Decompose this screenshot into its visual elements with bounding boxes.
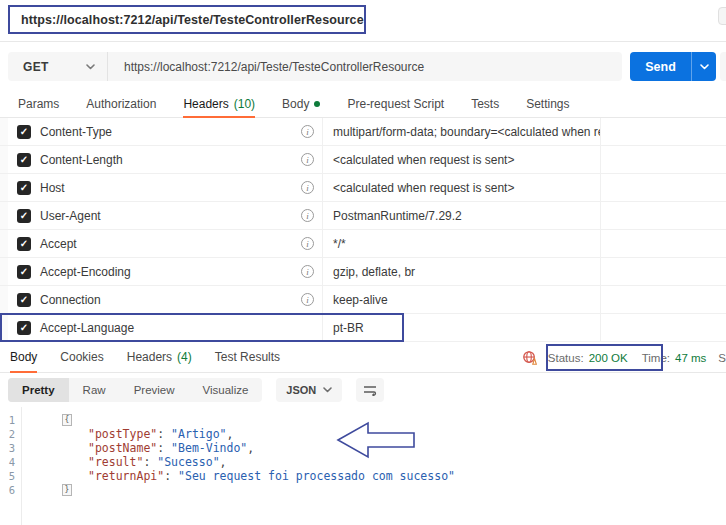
description-cell[interactable] [601,174,726,201]
row-checkbox[interactable]: ✓ [17,321,31,335]
value-cell[interactable]: <calculated when request is sent> [323,153,600,167]
view-tab-preview[interactable]: Preview [120,378,189,402]
response-tab-test-results[interactable]: Test Results [215,342,280,373]
key-cell[interactable]: Content-Lengthi [40,153,322,167]
row-checkbox[interactable]: ✓ [17,181,31,195]
description-cell[interactable] [601,314,726,341]
key-cell[interactable]: Content-Typei [40,125,322,139]
row-checkbox[interactable]: ✓ [17,209,31,223]
response-view-bar: Pretty Raw Preview Visualize JSON [0,373,726,407]
line-number: 4 [0,455,21,469]
info-icon[interactable]: i [301,293,314,306]
chevron-down-icon [700,64,709,70]
info-icon[interactable]: i [301,153,314,166]
view-tab-visualize[interactable]: Visualize [189,378,263,402]
json-value: "Seu request foi processado com sucesso" [178,469,455,483]
value-cell[interactable]: multipart/form-data; boundary=<calculate… [323,125,600,139]
description-cell[interactable] [601,258,726,285]
row-drag-area [0,174,8,201]
line-number: 3 [0,441,21,455]
json-key: "postName" [88,441,157,455]
row-checkbox[interactable]: ✓ [17,153,31,167]
tab-count: (4) [177,350,192,364]
table-row: ✓ Accept-Encodingi gzip, deflate, br [0,258,726,286]
header-key: Accept-Encoding [40,265,131,279]
row-checkbox[interactable]: ✓ [17,293,31,307]
value-cell[interactable]: */* [323,237,600,251]
fold-marker-icon[interactable]: { [62,414,72,426]
json-colon: : [157,427,171,441]
value-cell[interactable]: pt-BR [323,321,600,335]
description-cell[interactable] [601,146,726,173]
view-tab-raw[interactable]: Raw [69,378,120,402]
value-cell[interactable]: keep-alive [323,293,600,307]
request-url-control: GET https://localhost:7212/api/Teste/Tes… [8,52,622,81]
send-button-label[interactable]: Send [630,52,692,81]
json-comma: , [247,441,254,455]
line-number-gutter: 1 2 3 4 5 6 [0,407,22,525]
cropped-toolbar-button[interactable] [718,7,726,25]
format-select[interactable]: JSON [276,378,342,402]
description-cell[interactable] [601,118,726,145]
table-row: ✓ User-Agenti PostmanRuntime/7.29.2 [0,202,726,230]
checkbox-cell: ✓ [8,237,40,251]
key-cell[interactable]: Connectioni [40,293,322,307]
tab-headers[interactable]: Headers (10) [183,90,255,118]
description-cell[interactable] [601,202,726,229]
key-cell[interactable]: Accept-Encodingi [40,265,322,279]
value-cell[interactable]: gzip, deflate, br [323,265,600,279]
checkbox-cell: ✓ [8,125,40,139]
send-button[interactable]: Send [630,52,716,81]
time-value[interactable]: 47 ms [675,352,706,364]
json-colon: : [157,441,171,455]
description-cell[interactable] [601,230,726,257]
key-cell[interactable]: Accept-Language [40,321,322,335]
table-row: ✓ Accepti */* [0,230,726,258]
tab-body[interactable]: Body [282,90,320,118]
row-checkbox[interactable]: ✓ [17,125,31,139]
checkbox-cell: ✓ [8,265,40,279]
key-cell[interactable]: User-Agenti [40,209,322,223]
json-key: "result" [88,455,143,469]
json-value: "Sucesso" [157,455,219,469]
info-icon[interactable]: i [301,265,314,278]
tab-authorization[interactable]: Authorization [86,90,156,118]
response-tab-headers[interactable]: Headers (4) [127,342,192,373]
send-options-arrow[interactable] [692,52,716,81]
key-cell[interactable]: Hosti [40,181,322,195]
tab-label: Settings [526,97,569,111]
ssl-warning-globe-icon[interactable] [522,350,537,365]
tab-pre-request-script[interactable]: Pre-request Script [347,90,444,118]
value-cell[interactable]: PostmanRuntime/7.29.2 [323,209,600,223]
response-tabs-row: Body Cookies Headers (4) Test Results St… [0,342,726,373]
row-checkbox[interactable]: ✓ [17,237,31,251]
info-icon[interactable]: i [301,181,314,194]
wrap-text-button[interactable] [356,378,384,402]
fold-marker-icon[interactable]: } [62,484,72,496]
method-select[interactable]: GET [8,52,108,81]
info-icon[interactable]: i [301,237,314,250]
response-tab-cookies[interactable]: Cookies [60,342,103,373]
line-number: 6 [0,483,21,497]
line-number: 5 [0,469,21,483]
status-value[interactable]: 200 OK [589,352,628,364]
tab-label: Params [18,97,59,111]
row-drag-area [0,258,8,285]
info-icon[interactable]: i [301,125,314,138]
row-checkbox[interactable]: ✓ [17,265,31,279]
tab-params[interactable]: Params [18,90,59,118]
info-icon[interactable]: i [301,209,314,222]
response-tab-body[interactable]: Body [10,342,37,373]
time-label: Time: [642,352,670,364]
table-row: ✓ Content-Lengthi <calculated when reque… [0,146,726,174]
key-cell[interactable]: Accepti [40,237,322,251]
tab-label: Headers [183,97,228,111]
checkbox-cell: ✓ [8,321,40,335]
view-tab-pretty[interactable]: Pretty [8,378,69,402]
tab-tests[interactable]: Tests [471,90,499,118]
value-cell[interactable]: <calculated when request is sent> [323,181,600,195]
description-cell[interactable] [601,286,726,313]
request-url-input[interactable]: https://localhost:7212/api/Teste/TesteCo… [108,52,622,81]
tab-settings[interactable]: Settings [526,90,569,118]
checkbox-cell: ✓ [8,153,40,167]
